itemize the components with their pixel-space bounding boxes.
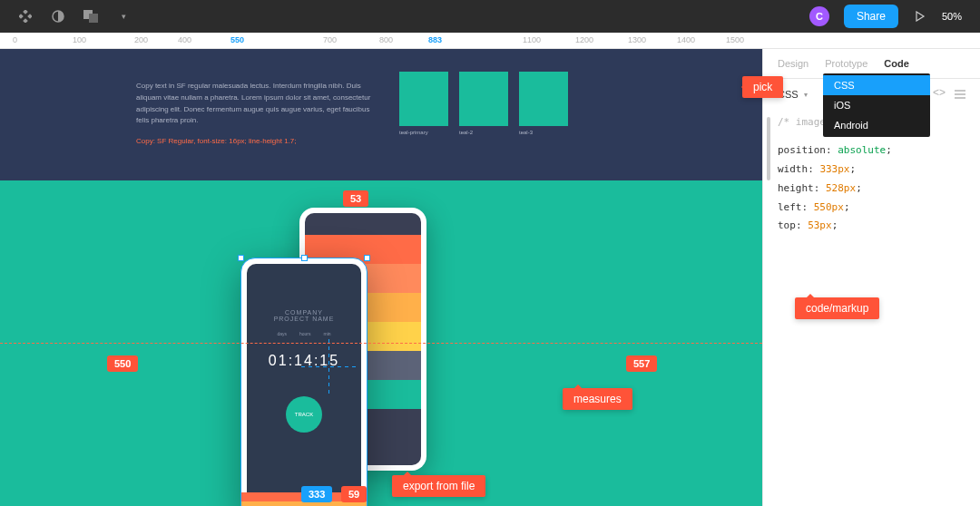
measure-width: 333 xyxy=(301,486,332,502)
track-button[interactable]: TRACK xyxy=(286,396,322,433)
code-line: top: 53px; xyxy=(778,217,965,236)
copy-spec-label: Copy: SF Regular, font-size: 16px; line-… xyxy=(136,136,381,148)
timer-display: 01:14:15 xyxy=(269,353,339,369)
dropdown-item-ios[interactable]: iOS xyxy=(823,95,930,115)
annotation-pick: pick xyxy=(742,76,783,98)
dropdown-item-android[interactable]: Android xyxy=(823,115,930,135)
chevron-down-icon[interactable]: ▾ xyxy=(116,9,131,24)
measure-right: 557 xyxy=(626,355,657,372)
ruler-tick: 100 xyxy=(73,35,86,44)
tab-prototype[interactable]: Prototype xyxy=(825,58,867,69)
ruler-tick: 883 xyxy=(428,35,442,44)
code-line: left: 550px; xyxy=(778,199,965,218)
svg-rect-6 xyxy=(89,14,98,23)
design-canvas[interactable]: Copy text in SF regular malesuada lectus… xyxy=(0,49,762,506)
ruler-tick: 1500 xyxy=(726,35,744,44)
selection-handle[interactable] xyxy=(301,255,308,261)
swatch[interactable] xyxy=(519,72,568,126)
code-line: width: 333px; xyxy=(778,161,965,180)
play-icon[interactable] xyxy=(913,9,927,24)
inspector-panel: Design Prototype Code CSS ▾ CSS iOS Andr… xyxy=(762,49,980,506)
swatch[interactable] xyxy=(459,72,508,126)
tab-design[interactable]: Design xyxy=(778,58,808,69)
typography-section: Copy text in SF regular malesuada lectus… xyxy=(0,49,762,180)
svg-rect-0 xyxy=(23,10,28,15)
ruler-tick: 400 xyxy=(178,35,191,44)
boolean-icon[interactable] xyxy=(83,9,98,24)
selection-handle[interactable] xyxy=(364,255,370,261)
top-toolbar: ▾ C Share 50% xyxy=(0,0,980,33)
svg-rect-3 xyxy=(23,18,28,23)
horizontal-ruler[interactable]: 0100200400550700800883110012001300140015… xyxy=(0,33,980,49)
swatch[interactable] xyxy=(399,72,448,126)
ruler-tick: 1300 xyxy=(628,35,646,44)
project-label: PROJECT NAME xyxy=(274,316,335,322)
mask-icon[interactable] xyxy=(51,9,65,24)
measure-left: 550 xyxy=(107,355,138,372)
company-label: COMPANY xyxy=(285,309,323,316)
annotation-measures: measures xyxy=(563,388,632,410)
iphone-mockup-front[interactable]: COMPANY PROJECT NAME dayshoursmin 01:14:… xyxy=(240,258,368,506)
dropdown-item-css[interactable]: CSS xyxy=(823,75,930,95)
ruler-tick: 1200 xyxy=(575,35,593,44)
ruler-tick: 1100 xyxy=(523,35,541,44)
selection-handle[interactable] xyxy=(238,255,244,261)
scrollbar[interactable] xyxy=(767,117,770,180)
color-swatches: teal-primary teal-2 teal-3 xyxy=(399,72,568,135)
copy-sample-text: Copy text in SF regular malesuada lectus… xyxy=(136,81,381,148)
measure-top: 53 xyxy=(343,190,368,207)
code-icon[interactable]: <> xyxy=(933,86,946,102)
code-line: height: 528px; xyxy=(778,180,965,199)
tab-code[interactable]: Code xyxy=(884,58,909,69)
svg-rect-2 xyxy=(27,14,32,19)
code-language-row: CSS ▾ CSS iOS Android <> xyxy=(763,79,980,110)
measure-height: 59 xyxy=(341,486,367,502)
ruler-tick: 700 xyxy=(323,35,337,44)
svg-rect-1 xyxy=(19,14,24,19)
annotation-code: code/markup xyxy=(795,297,879,319)
list-icon[interactable] xyxy=(955,86,965,102)
ruler-tick: 550 xyxy=(230,35,244,44)
annotation-export: export from file xyxy=(392,475,485,497)
share-button[interactable]: Share xyxy=(844,5,898,28)
code-line: position: absolute; xyxy=(778,141,965,161)
components-icon[interactable] xyxy=(18,9,33,24)
chevron-down-icon: ▾ xyxy=(804,91,808,99)
zoom-level[interactable]: 50% xyxy=(942,11,962,22)
user-avatar[interactable]: C xyxy=(809,6,829,26)
ruler-tick: 200 xyxy=(134,35,148,44)
ruler-tick: 0 xyxy=(13,35,17,44)
language-dropdown: CSS iOS Android xyxy=(823,73,930,137)
ruler-tick: 1400 xyxy=(677,35,695,44)
ruler-tick: 800 xyxy=(379,35,393,44)
guide-line xyxy=(0,343,762,344)
